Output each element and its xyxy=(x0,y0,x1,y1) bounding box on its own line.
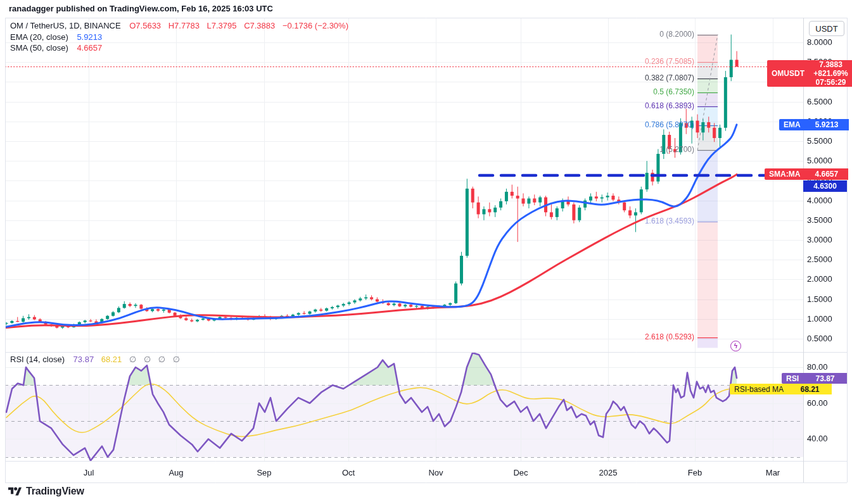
fib-level-label: 0.5 (6.7350) xyxy=(653,87,694,96)
rsi-legend-row[interactable]: RSI (14, close) 73.87 68.21 ∅ ∅ ∅ ∅ xyxy=(10,355,182,364)
sma-price-badge[interactable]: SMA:MA 4.6657 xyxy=(765,168,848,180)
ema-label: EMA (20, close) xyxy=(10,32,68,42)
ema-badge-tag: EMA xyxy=(779,119,805,130)
sma-label: SMA (50, close) xyxy=(10,43,68,53)
time-axis-label: Nov xyxy=(428,468,443,477)
time-axis-label: Feb xyxy=(688,468,702,477)
sma-badge-tag: SMA:MA xyxy=(765,168,804,180)
sma-value: 4.6657 xyxy=(77,43,102,53)
price-axis-label: 3.5000 xyxy=(807,215,832,225)
rsi-badge-tag: RSI xyxy=(782,373,803,384)
ohlc-open: O7.5633 xyxy=(129,21,161,30)
symbol-title: OM / TetherUS, 1D, BINANCE xyxy=(10,21,121,30)
price-axis-label: 1.5000 xyxy=(807,294,832,304)
rsi-axis-label: 60.00 xyxy=(807,398,828,408)
ema-price-badge[interactable]: EMA 5.9213 xyxy=(779,119,849,130)
rsi-label: RSI (14, close) xyxy=(10,355,65,364)
time-axis-label: Sep xyxy=(257,468,271,477)
price-axis-label: 5.5000 xyxy=(807,136,832,146)
tradingview-published-chart: ranadagger published on TradingView.com,… xyxy=(0,0,852,504)
price-axis-label: 8.0000 xyxy=(807,37,832,47)
ema-value: 5.9213 xyxy=(77,32,102,42)
price-axis-label: 3.0000 xyxy=(807,235,832,244)
publish-attribution: ranadagger published on TradingView.com,… xyxy=(9,4,273,13)
fib-level-label: 0.786 (5.8970) xyxy=(645,120,694,129)
symbol-legend-row[interactable]: OM / TetherUS, 1D, BINANCE O7.5633 H7.77… xyxy=(10,21,353,30)
time-axis-label: Dec xyxy=(513,468,528,477)
fib-level-label: 0.618 (6.3893) xyxy=(645,101,694,110)
ema-legend-row[interactable]: EMA (20, close) 5.9213 xyxy=(10,32,102,42)
rsi-ma-value-badge[interactable]: RSI-based MA 68.21 xyxy=(730,384,832,394)
ema-badge-value: 5.9213 xyxy=(805,119,849,130)
rsi-value-badge[interactable]: RSI 73.87 xyxy=(782,373,847,384)
tradingview-logo[interactable]: TradingView xyxy=(8,485,84,497)
fib-level-label: 1.618 (3.4593) xyxy=(645,217,694,225)
price-axis-label: 1.0000 xyxy=(807,314,832,324)
time-axis-label: Aug xyxy=(168,468,183,477)
sma-badge-value: 4.6657 xyxy=(804,168,848,180)
rsi-ma-badge-value: 68.21 xyxy=(788,384,832,394)
tradingview-mark-icon xyxy=(8,485,22,497)
support-line-price-badge[interactable]: 4.6300 xyxy=(803,180,847,192)
rsi-empty-slots: ∅ ∅ ∅ ∅ xyxy=(129,355,182,364)
tradingview-logo-text: TradingView xyxy=(26,486,84,497)
change-percent: +821.69% xyxy=(813,69,848,78)
rsi-badge-value: 73.87 xyxy=(803,373,847,384)
ohlc-change: −0.1736 (−2.30%) xyxy=(283,21,348,30)
fib-level-label: 0 (8.2000) xyxy=(659,30,694,39)
price-axis-label: 2.0000 xyxy=(807,274,832,284)
symbol-price-badge[interactable]: OMUSDT 7.3883 +821.69% 07:56:29 xyxy=(767,60,852,87)
time-axis-label: 2025 xyxy=(599,468,618,477)
fib-level-label: 1 (5.2700) xyxy=(659,145,694,154)
boost-lightning-icon[interactable]: ϟ xyxy=(730,341,741,351)
rsi-axis-label: 80.00 xyxy=(807,362,828,372)
time-axis-label: Oct xyxy=(342,468,355,477)
time-axis-label: Mar xyxy=(766,468,780,477)
ohlc-low: L7.3795 xyxy=(207,21,237,30)
rsi-ma-badge-tag: RSI-based MA xyxy=(730,384,788,394)
support-line-value: 4.6300 xyxy=(803,180,847,192)
price-scale-unit-button[interactable]: USDT xyxy=(809,21,844,36)
price-axis-label: 2.5000 xyxy=(807,255,832,264)
time-axis-label: Jul xyxy=(84,468,94,477)
rsi-value: 73.87 xyxy=(73,355,94,364)
chart-canvas[interactable] xyxy=(0,0,852,504)
ohlc-close: C7.3883 xyxy=(244,21,275,30)
ohlc-high: H7.7783 xyxy=(168,21,200,30)
symbol-badge-tag: OMUSDT xyxy=(767,60,809,87)
rsi-axis-label: 40.00 xyxy=(807,434,828,443)
fib-level-label: 0.382 (7.0807) xyxy=(645,73,694,82)
rsi-ma-value: 68.21 xyxy=(101,355,122,364)
price-axis-label: 5.0000 xyxy=(807,156,832,165)
sma-legend-row[interactable]: SMA (50, close) 4.6657 xyxy=(10,43,107,53)
fib-level-label: 2.618 (0.5293) xyxy=(645,332,694,341)
price-axis-label: 0.5000 xyxy=(807,334,832,343)
bar-countdown: 07:56:29 xyxy=(815,78,846,87)
price-axis-label: 6.5000 xyxy=(807,97,832,106)
fib-level-label: 0.236 (7.5085) xyxy=(645,57,694,66)
price-axis-label: 4.0000 xyxy=(807,196,832,205)
last-price: 7.3883 xyxy=(819,60,842,69)
